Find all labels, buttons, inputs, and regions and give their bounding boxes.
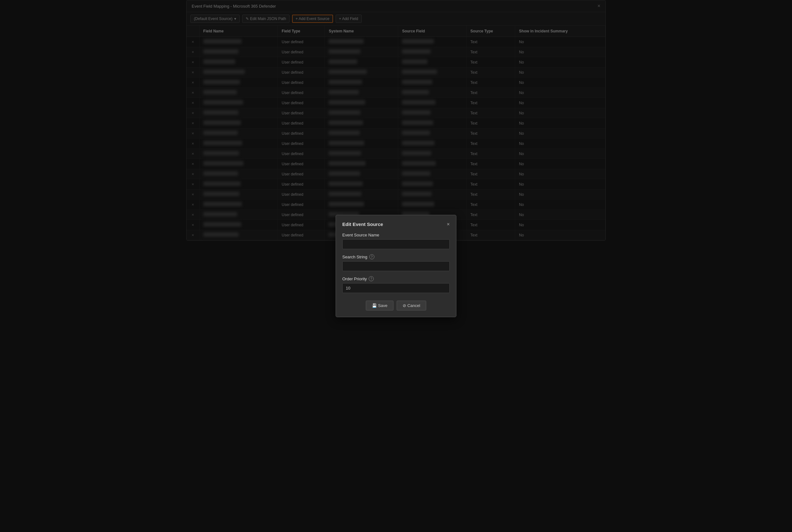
- edit-event-source-modal: Edit Event Source × Event Source Name Se…: [336, 215, 456, 241]
- event-source-name-input[interactable]: [342, 239, 450, 241]
- modal-overlay: Edit Event Source × Event Source Name Se…: [0, 0, 792, 241]
- modal-header: Edit Event Source ×: [342, 222, 450, 227]
- modal-close-button[interactable]: ×: [447, 222, 450, 227]
- modal-title: Edit Event Source: [342, 222, 383, 227]
- event-source-name-label: Event Source Name: [342, 233, 450, 238]
- event-source-name-group: Event Source Name: [342, 233, 450, 241]
